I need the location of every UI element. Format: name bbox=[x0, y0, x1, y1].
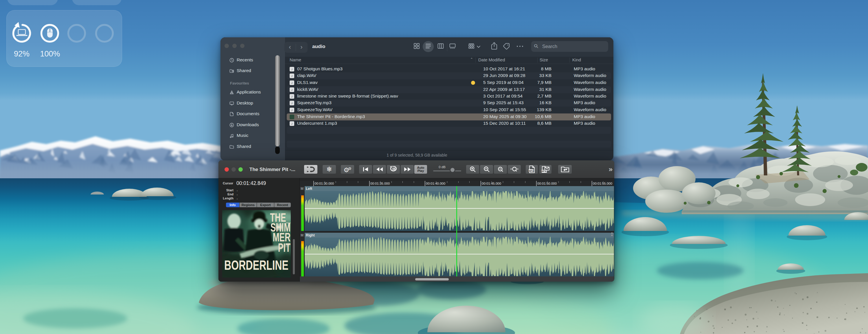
svg-text:00:01:40.000: 00:01:40.000 bbox=[426, 182, 445, 185]
svg-text:M: M bbox=[301, 233, 304, 237]
svg-text:00:01:55.000: 00:01:55.000 bbox=[593, 182, 612, 185]
svg-text:92%: 92% bbox=[14, 50, 30, 58]
svg-text:00:01:45.000: 00:01:45.000 bbox=[482, 182, 501, 185]
svg-text:Right: Right bbox=[306, 233, 315, 237]
svg-text:00:01:30.000: 00:01:30.000 bbox=[314, 182, 334, 185]
svg-text:M: M bbox=[301, 187, 304, 191]
svg-text:PIT: PIT bbox=[278, 241, 290, 254]
svg-text:MP3: MP3 bbox=[541, 170, 546, 173]
svg-text:00:01:35.000: 00:01:35.000 bbox=[370, 182, 390, 185]
svg-text:00:01:50.000: 00:01:50.000 bbox=[537, 182, 557, 185]
svg-text:Left: Left bbox=[306, 187, 312, 191]
svg-text:MP3: MP3 bbox=[529, 170, 533, 172]
svg-text:100%: 100% bbox=[40, 50, 60, 58]
svg-text:BORDERLINE: BORDERLINE bbox=[224, 257, 288, 273]
